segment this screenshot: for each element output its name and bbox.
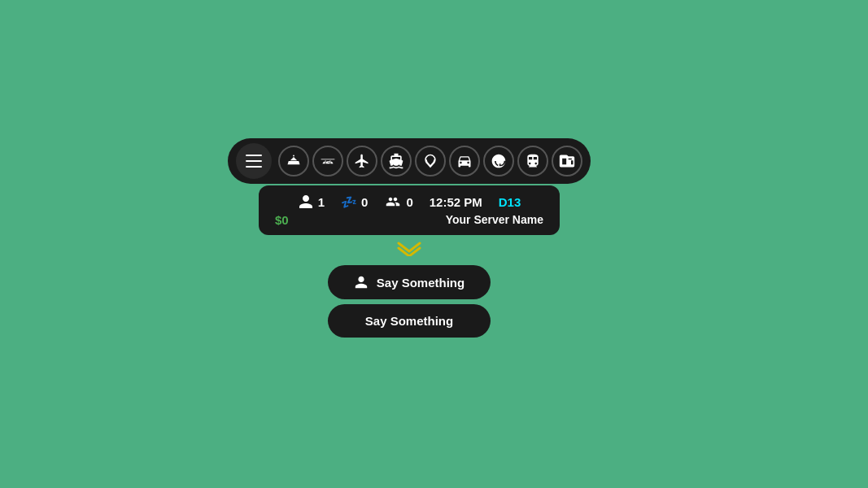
person-icon-1: [354, 275, 369, 290]
say-something-label-2: Say Something: [365, 314, 453, 328]
crosshair-icon: [491, 153, 507, 169]
ship-icon: [286, 153, 302, 169]
bottom-info-row: $0 Your Server Name: [275, 210, 543, 227]
top-bar: [228, 138, 591, 184]
info-bar: 1 💤 0 0 12:52 PM D13 $0 Your Server Name: [259, 185, 560, 235]
helicopter-icon: [320, 153, 336, 169]
hamburger-button[interactable]: [236, 143, 272, 179]
ship-icon-button[interactable]: [278, 146, 309, 176]
sleep-icon: 💤: [341, 194, 357, 210]
train-icon: [525, 153, 541, 169]
player-icon: [298, 194, 314, 210]
player-count: 1: [318, 195, 325, 209]
money-display: $0: [275, 213, 289, 227]
hamburger-line-3: [246, 166, 262, 168]
group-count: 0: [406, 195, 412, 209]
crosshair-icon-button[interactable]: [483, 146, 514, 176]
player-count-item: 1: [298, 194, 325, 210]
crane-icon-button[interactable]: [552, 146, 582, 176]
group-count-item: 0: [384, 194, 412, 209]
boat-icon-button[interactable]: [381, 146, 412, 176]
car-icon: [456, 153, 473, 169]
day-badge: D13: [499, 195, 521, 209]
train-icon-button[interactable]: [517, 146, 548, 176]
helicopter-icon-button[interactable]: [312, 146, 343, 176]
stats-row: 1 💤 0 0 12:52 PM D13: [298, 194, 521, 210]
sleep-count: 0: [361, 195, 368, 209]
car-icon-button[interactable]: [449, 146, 480, 176]
say-something-button-1[interactable]: Say Something: [328, 265, 491, 299]
parachute-icon: [422, 153, 438, 169]
action-buttons: Say Something Say Something: [328, 265, 491, 338]
hamburger-line-2: [246, 160, 262, 162]
boat-icon: [388, 153, 404, 169]
chevron-icon: [397, 240, 421, 256]
sleep-count-item: 💤 0: [341, 194, 368, 210]
plane-icon-button[interactable]: [347, 146, 377, 176]
say-something-button-2[interactable]: Say Something: [328, 304, 491, 338]
chevron-indicator: [397, 240, 421, 260]
group-icon: [384, 194, 402, 209]
ui-container: 1 💤 0 0 12:52 PM D13 $0 Your Server Name: [228, 138, 591, 338]
parachute-icon-button[interactable]: [415, 146, 446, 176]
time-display: 12:52 PM: [430, 195, 482, 209]
server-name: Your Server Name: [446, 213, 543, 226]
plane-icon: [354, 153, 370, 169]
say-something-label-1: Say Something: [377, 276, 465, 290]
hamburger-line-1: [246, 155, 262, 156]
crane-icon: [559, 153, 575, 169]
